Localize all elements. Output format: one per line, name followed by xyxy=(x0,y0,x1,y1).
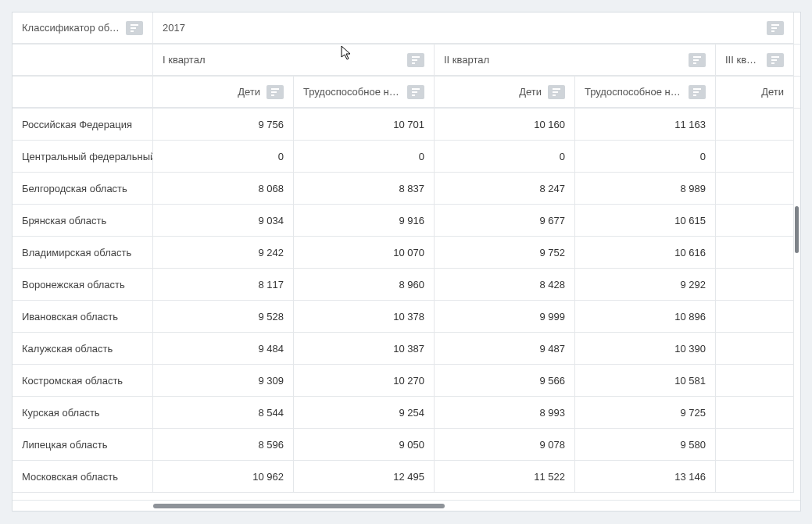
data-cell[interactable] xyxy=(716,333,794,365)
data-cell[interactable]: 0 xyxy=(153,141,294,173)
data-cell[interactable] xyxy=(716,109,794,141)
data-cell[interactable]: 11 522 xyxy=(435,461,575,493)
sort-icon[interactable] xyxy=(548,85,565,99)
quarter-label: I квартал xyxy=(163,54,401,66)
data-cell[interactable]: 9 484 xyxy=(153,333,294,365)
data-cell[interactable]: 9 309 xyxy=(153,365,294,397)
row-name[interactable]: Белгородская область xyxy=(13,173,153,205)
measure-header[interactable]: Трудоспособное на... xyxy=(575,77,716,108)
data-cell[interactable]: 9 078 xyxy=(435,429,575,461)
row-name[interactable]: Российская Федерация xyxy=(13,109,153,141)
sort-icon[interactable] xyxy=(266,85,284,99)
table-body: Российская Федерация9 75610 70110 16011 … xyxy=(13,109,800,493)
data-cell[interactable] xyxy=(716,269,794,301)
measure-header[interactable]: Дети xyxy=(435,77,575,108)
sort-icon[interactable] xyxy=(407,85,424,99)
data-cell[interactable]: 9 254 xyxy=(294,397,435,429)
data-cell[interactable]: 8 993 xyxy=(435,397,575,429)
measure-header[interactable]: Дети xyxy=(716,77,794,108)
data-cell[interactable]: 10 270 xyxy=(294,365,435,397)
data-cell[interactable]: 9 242 xyxy=(153,237,294,269)
data-cell[interactable]: 8 837 xyxy=(294,173,435,205)
row-name[interactable]: Центральный федеральный... xyxy=(13,141,153,173)
dimension-header[interactable]: Классификатор объект... xyxy=(13,12,153,44)
row-name[interactable]: Калужская область xyxy=(13,333,153,365)
sort-icon[interactable] xyxy=(689,85,706,99)
row-name[interactable]: Брянская область xyxy=(13,205,153,237)
data-cell[interactable]: 9 528 xyxy=(153,301,294,333)
data-cell[interactable]: 8 247 xyxy=(435,173,575,205)
data-cell[interactable]: 8 428 xyxy=(435,269,575,301)
sort-icon[interactable] xyxy=(767,21,784,35)
data-cell[interactable] xyxy=(716,397,794,429)
data-cell[interactable]: 9 050 xyxy=(294,429,435,461)
data-cell[interactable]: 9 292 xyxy=(575,269,716,301)
data-cell[interactable]: 0 xyxy=(294,141,435,173)
data-cell[interactable] xyxy=(716,173,794,205)
sort-icon[interactable] xyxy=(689,53,706,67)
data-cell[interactable] xyxy=(716,205,794,237)
quarter-header-3[interactable]: III квартал xyxy=(716,45,794,76)
data-cell[interactable]: 10 896 xyxy=(575,301,716,333)
row-name[interactable]: Курская область xyxy=(13,397,153,429)
data-cell[interactable]: 8 596 xyxy=(153,429,294,461)
data-cell[interactable]: 8 117 xyxy=(153,269,294,301)
row-name[interactable]: Костромская область xyxy=(13,365,153,397)
data-cell[interactable]: 10 701 xyxy=(294,109,435,141)
data-cell[interactable]: 10 616 xyxy=(575,237,716,269)
data-cell[interactable]: 9 756 xyxy=(153,109,294,141)
data-cell[interactable]: 8 989 xyxy=(575,173,716,205)
data-cell[interactable]: 10 160 xyxy=(435,109,575,141)
data-cell[interactable] xyxy=(716,237,794,269)
quarter-header-2[interactable]: II квартал xyxy=(435,45,716,76)
data-cell[interactable]: 8 544 xyxy=(153,397,294,429)
horizontal-scrollbar[interactable] xyxy=(13,500,800,511)
row-name[interactable]: Московская область xyxy=(13,461,153,493)
data-cell[interactable]: 0 xyxy=(575,141,716,173)
row-name[interactable]: Воронежская область xyxy=(13,269,153,301)
pivot-table: Классификатор объект... 2017 I квартал I… xyxy=(12,12,801,512)
data-cell[interactable]: 10 962 xyxy=(153,461,294,493)
horizontal-scrollbar-thumb[interactable] xyxy=(153,504,445,508)
data-cell[interactable] xyxy=(716,461,794,493)
quarter-label: II квартал xyxy=(444,54,682,66)
data-cell[interactable]: 10 390 xyxy=(575,333,716,365)
data-cell[interactable]: 13 146 xyxy=(575,461,716,493)
data-cell[interactable]: 10 387 xyxy=(294,333,435,365)
data-cell[interactable]: 9 677 xyxy=(435,205,575,237)
data-cell[interactable] xyxy=(716,365,794,397)
sort-icon[interactable] xyxy=(767,53,784,67)
quarter-header-1[interactable]: I квартал xyxy=(153,45,435,76)
data-cell[interactable] xyxy=(716,301,794,333)
data-cell[interactable]: 9 034 xyxy=(153,205,294,237)
sort-icon[interactable] xyxy=(126,21,143,35)
data-cell[interactable]: 9 725 xyxy=(575,397,716,429)
row-name[interactable]: Липецкая область xyxy=(13,429,153,461)
data-cell[interactable]: 10 070 xyxy=(294,237,435,269)
data-cell[interactable]: 10 378 xyxy=(294,301,435,333)
data-cell[interactable] xyxy=(716,141,794,173)
sort-icon[interactable] xyxy=(407,53,424,67)
data-cell[interactable]: 9 916 xyxy=(294,205,435,237)
data-cell[interactable]: 8 960 xyxy=(294,269,435,301)
measure-header[interactable]: Трудоспособное на... xyxy=(294,77,435,108)
data-cell[interactable]: 12 495 xyxy=(294,461,435,493)
data-cell[interactable]: 9 580 xyxy=(575,429,716,461)
data-cell[interactable]: 9 566 xyxy=(435,365,575,397)
vertical-scrollbar-thumb[interactable] xyxy=(795,206,799,253)
data-cell[interactable] xyxy=(716,429,794,461)
data-cell[interactable]: 11 163 xyxy=(575,109,716,141)
data-cell[interactable]: 9 999 xyxy=(435,301,575,333)
year-header[interactable]: 2017 xyxy=(153,12,794,44)
dimension-label: Классификатор объект... xyxy=(22,22,120,34)
data-cell[interactable]: 10 615 xyxy=(575,205,716,237)
row-name[interactable]: Владимирская область xyxy=(13,237,153,269)
data-cell[interactable]: 9 487 xyxy=(435,333,575,365)
data-cell[interactable]: 0 xyxy=(435,141,575,173)
data-cell[interactable]: 10 581 xyxy=(575,365,716,397)
measure-label: Трудоспособное на... xyxy=(303,86,401,98)
data-cell[interactable]: 9 752 xyxy=(435,237,575,269)
measure-header[interactable]: Дети xyxy=(153,77,294,108)
row-name[interactable]: Ивановская область xyxy=(13,301,153,333)
data-cell[interactable]: 8 068 xyxy=(153,173,294,205)
